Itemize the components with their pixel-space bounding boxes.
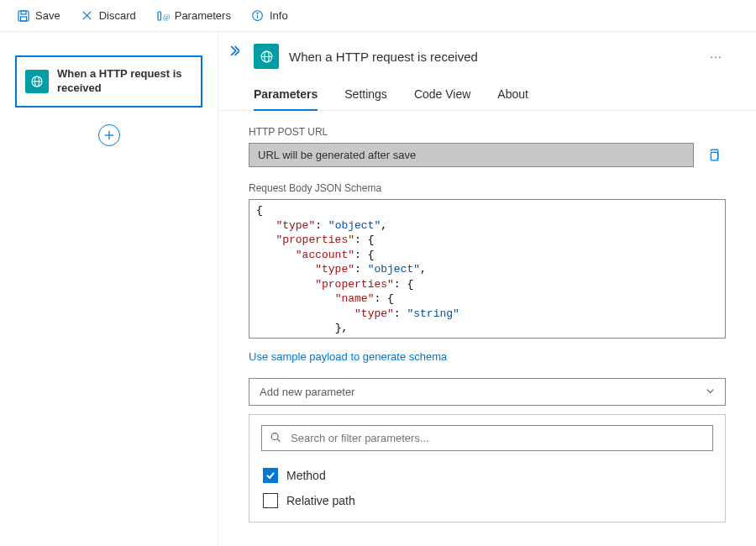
search-icon [270,431,281,445]
checkbox[interactable] [263,493,278,508]
svg-rect-1 [21,11,26,14]
parameter-dropdown: MethodRelative path [249,414,726,522]
more-menu-button[interactable]: ··· [706,46,726,66]
parameter-option[interactable]: Method [261,463,713,488]
svg-rect-5 [158,12,161,20]
chevron-down-icon [706,386,715,397]
add-step-button[interactable] [98,124,120,146]
tab-about[interactable]: About [497,87,528,111]
save-button[interactable]: Save [8,6,69,26]
http-post-url-label: HTTP POST URL [249,126,726,138]
parameters-icon: @ [156,9,170,23]
parameter-search-input[interactable] [261,425,713,451]
collapse-icon[interactable] [228,45,239,59]
toolbar: Save Discard @ Parameters Info [0,0,756,32]
parameters-button[interactable]: @ Parameters [148,6,239,26]
info-button[interactable]: Info [243,6,297,26]
schema-textarea[interactable]: { "type": "object", "properties": { "acc… [249,199,726,339]
discard-label: Discard [99,9,136,22]
sample-payload-link[interactable]: Use sample payload to generate schema [249,350,447,363]
svg-line-20 [277,438,280,441]
http-post-url-section: HTTP POST URL URL will be generated afte… [218,111,756,167]
add-parameter-placeholder: Add new parameter [260,386,354,398]
schema-section: Request Body JSON Schema { "type": "obje… [218,167,756,522]
discard-icon [81,9,94,23]
svg-rect-2 [21,17,27,21]
svg-rect-18 [711,152,718,160]
parameter-search [261,425,713,451]
main: When a HTTP request is received When a H… [0,32,756,546]
schema-label: Request Body JSON Schema [249,182,726,194]
save-label: Save [35,9,60,22]
info-label: Info [270,9,288,22]
svg-text:@: @ [163,13,170,21]
trigger-card[interactable]: When a HTTP request is received [15,55,202,108]
svg-rect-0 [18,11,29,21]
checkbox-label: Method [286,469,326,482]
details-header: When a HTTP request is received ··· [218,32,756,69]
svg-point-19 [271,433,278,439]
details-title: When a HTTP request is received [289,50,696,64]
checkbox[interactable] [263,468,278,483]
details-panel: When a HTTP request is received ··· Para… [218,32,756,546]
http-trigger-icon [25,70,49,93]
save-icon [17,9,30,23]
tab-settings[interactable]: Settings [344,87,387,111]
copy-url-button[interactable] [701,143,726,167]
add-parameter-select[interactable]: Add new parameter [249,378,726,406]
trigger-card-label: When a HTTP request is received [57,67,192,96]
http-trigger-icon [254,44,279,69]
designer-canvas: When a HTTP request is received [0,32,218,546]
tabs: Parameters Settings Code View About [218,69,756,111]
parameter-option[interactable]: Relative path [261,488,713,513]
discard-button[interactable]: Discard [72,6,144,26]
tab-codeview[interactable]: Code View [414,87,470,111]
parameters-label: Parameters [175,9,231,22]
checkbox-label: Relative path [286,494,355,507]
svg-point-9 [257,13,258,13]
info-icon [251,9,265,23]
http-post-url-field: URL will be generated after save [249,143,694,167]
tab-parameters[interactable]: Parameters [254,87,318,111]
